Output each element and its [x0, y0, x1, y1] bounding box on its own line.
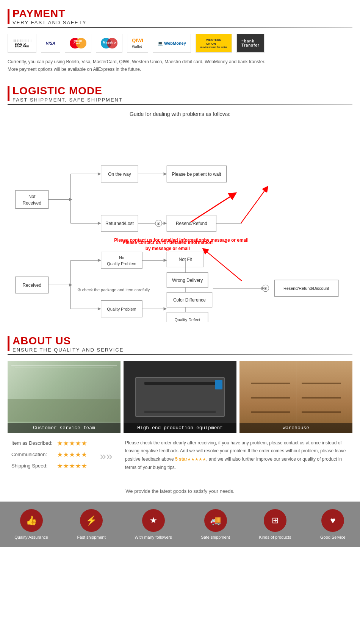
boleto-logo: ||||||||||||||||||| BOLETOBANCÁRIO: [8, 34, 36, 53]
rating-stars-2: ★★★★★: [57, 450, 87, 459]
logistic-bar: [8, 86, 9, 101]
svg-text:Wrong Delivery: Wrong Delivery: [172, 277, 203, 283]
bottom-icon-service: ♥ Good Service: [320, 509, 346, 539]
service-label: Good Service: [320, 535, 346, 539]
desk-area: [8, 399, 121, 422]
ratings-section: Item as Described: ★★★★★ Communication: …: [8, 439, 352, 473]
payment-section: PAYMENT VERY FAST AND SAFETY |||||||||||…: [0, 0, 360, 77]
boleto-text: BOLETOBANCÁRIO: [15, 42, 29, 48]
products-icon: ⊞: [272, 516, 279, 525]
printer-body: [135, 377, 225, 417]
shelf1: [251, 383, 290, 384]
maestro-logo: Maestro: [96, 34, 122, 53]
safe-icon: 🚚: [210, 515, 221, 526]
svg-text:Returned/Lost: Returned/Lost: [105, 221, 134, 226]
service-icon: ♥: [330, 515, 335, 526]
printer-screen: [215, 380, 222, 389]
svg-text:Please contact us for detailed: Please contact us for detailed informati…: [114, 238, 248, 243]
svg-marker-7: [98, 172, 101, 176]
rating-row-3: Shipping Speed: ★★★★★: [11, 462, 87, 470]
svg-text:Quality Problem: Quality Problem: [107, 306, 136, 311]
svg-text:Received: Received: [22, 200, 41, 205]
followers-circle: ★: [142, 509, 165, 532]
bottom-icon-products: ⊞ Kinds of products: [259, 509, 291, 539]
photos-row: Customer service team High-end productio…: [8, 361, 352, 433]
bottom-icon-quality: 👍 Quality Assurance: [14, 509, 48, 539]
tagline: We provide the latest goods to satisfy y…: [0, 477, 360, 502]
payment-divider: [8, 27, 352, 28]
printer-rail: [144, 382, 216, 385]
about-title: ABOUT US: [13, 335, 124, 347]
svg-text:No: No: [119, 255, 124, 260]
rating-label-1: Item as Described:: [11, 440, 57, 446]
payment-header: PAYMENT VERY FAST AND SAFETY: [8, 8, 352, 25]
machine-caption: High-end production equipment: [124, 423, 236, 433]
maestro-label: Maestro: [101, 41, 117, 44]
svg-text:② check the package and item c: ② check the package and item carefully: [77, 287, 150, 292]
boleto-barcode: |||||||||||||||||||: [13, 39, 31, 42]
rating-stars-1: ★★★★★: [57, 439, 87, 447]
payment-bar: [8, 9, 9, 24]
western-union-logo: WESTERNUNION moving money for better: [196, 34, 232, 53]
webmoney-text: 💻 WebMoney: [158, 41, 186, 46]
svg-text:①: ①: [264, 286, 267, 291]
mc-label: MasterCard: [74, 39, 82, 45]
warehouse-caption: warehouse: [239, 423, 352, 433]
fast-icon: ⚡: [86, 515, 97, 526]
followers-label: With many followers: [135, 535, 172, 539]
ratings-description: Please check the order clearly after rec…: [125, 439, 349, 473]
fast-label: Fast shippment: [77, 535, 106, 539]
visa-text: VISA: [46, 41, 56, 45]
svg-marker-11: [164, 172, 167, 176]
shelf6: [302, 411, 341, 413]
wu-tagline: moving money for better: [200, 46, 227, 48]
payment-title: PAYMENT: [13, 8, 86, 20]
svg-text:Not: Not: [28, 194, 36, 199]
logistic-divider: [8, 104, 352, 105]
followers-icon: ★: [150, 516, 157, 525]
payment-logos: ||||||||||||||||||| BOLETOBANCÁRIO VISA …: [8, 34, 352, 53]
logistic-title: LOGISTIC MODE: [13, 85, 123, 97]
svg-text:Quality Problem: Quality Problem: [107, 261, 136, 266]
quality-label: Quality Assurance: [14, 535, 48, 539]
ratings-left: Item as Described: ★★★★★ Communication: …: [11, 439, 87, 473]
qiwi-logo: QIWIWallet: [127, 34, 148, 53]
logistic-section: LOGISTIC MODE FAST SHIPPMENT, SAFE SHIPP…: [0, 77, 360, 327]
vanish-line: [296, 361, 296, 433]
about-bar: [8, 336, 9, 351]
rating-stars-3: ★★★★★: [57, 462, 87, 470]
office-caption: Customer service team: [8, 423, 121, 433]
svg-text:①: ①: [157, 222, 160, 226]
office-photo: Customer service team: [8, 361, 121, 433]
bottom-icon-followers: ★ With many followers: [135, 509, 172, 539]
five-star-text: 5 star: [175, 456, 187, 462]
bottom-section: 👍 Quality Assurance ⚡ Fast shippment ★ W…: [0, 502, 360, 547]
machine-photo: High-end production equipment: [124, 361, 236, 433]
bank-text: ≡bankTransfer: [241, 39, 259, 47]
service-circle: ♥: [321, 509, 344, 532]
flow-svg: Not Received On the way Please be patien…: [11, 125, 349, 322]
bottom-icon-fast: ⚡ Fast shippment: [77, 509, 106, 539]
warehouse-photo: warehouse: [239, 361, 352, 433]
svg-text:Color Difference: Color Difference: [173, 297, 206, 302]
about-header: ABOUT US ENSURE THE QUALITY AND SERVICE: [8, 335, 352, 353]
inline-stars: ★★★★★: [187, 457, 206, 461]
svg-text:Quality Defect: Quality Defect: [174, 317, 200, 322]
logistic-subtitle: FAST SHIPPMENT, SAFE SHIPPMENT: [13, 97, 123, 103]
mastercard-logo: MasterCard: [65, 34, 91, 53]
svg-marker-16: [98, 222, 101, 225]
ceiling-light: [11, 365, 117, 366]
forward-arrow: »»: [95, 439, 117, 473]
products-circle: ⊞: [264, 509, 286, 532]
about-subtitle: ENSURE THE QUALITY AND SERVICE: [13, 347, 124, 353]
warehouse-bg: [239, 361, 352, 433]
svg-rect-36: [101, 252, 142, 268]
ceiling-light2: [15, 367, 113, 367]
svg-line-26: [241, 188, 266, 223]
maestro-circles: Maestro: [101, 38, 117, 48]
svg-text:Please be patient to wait: Please be patient to wait: [172, 171, 221, 177]
fast-circle: ⚡: [80, 509, 103, 532]
products-label: Kinds of products: [259, 535, 291, 539]
bank-transfer-logo: ≡bankTransfer: [236, 34, 264, 53]
svg-marker-20: [164, 222, 167, 225]
